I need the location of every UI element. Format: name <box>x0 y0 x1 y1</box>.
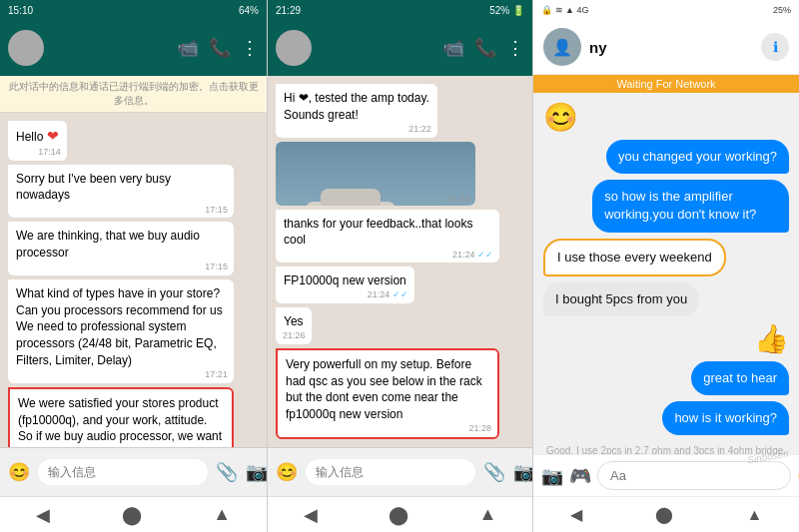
time-left: 15:10 <box>8 5 33 16</box>
camera-icon-left[interactable]: 📷 <box>246 461 267 483</box>
avatar-right <box>276 30 312 66</box>
chat-header-left: 📹 📞 ⋮ <box>0 20 267 76</box>
mess-battery: 25% <box>773 5 791 15</box>
call-icon-right[interactable]: 📞 <box>474 37 496 59</box>
status-bar-right: 21:29 52% 🔋 <box>268 0 532 20</box>
mess-msg-great-to-hear: great to hear <box>691 361 789 395</box>
messenger-avatar: 👤 <box>543 28 581 66</box>
nav-recent-messenger[interactable]: ▲ <box>746 506 762 524</box>
battery-left: 64% <box>239 5 259 16</box>
panel-whatsapp-right: 21:29 52% 🔋 📹 📞 ⋮ Hi ❤, tested the amp t… <box>267 0 533 532</box>
input-bar-left: 😊 📎 📷 🎤 <box>0 447 267 496</box>
message-input-left[interactable] <box>38 459 208 485</box>
attach-icon-right[interactable]: 📎 <box>483 461 505 483</box>
recent-nav-icon[interactable]: ▲ <box>213 504 231 525</box>
encryption-notice: 此对话中的信息和通话已进行端到端的加密。点击获取更多信息。 <box>0 76 267 113</box>
messenger-nav-bar: ◀ ⬤ ▲ <box>533 496 799 532</box>
status-bar-left: 15:10 64% <box>0 0 267 20</box>
mess-msg-how-working: how is it working? <box>662 401 789 435</box>
camera-icon-right[interactable]: 📷 <box>513 461 533 483</box>
more-icon[interactable]: ⋮ <box>241 37 259 59</box>
time-right: 21:29 <box>276 5 301 16</box>
home-nav-icon[interactable]: ⬤ <box>122 504 142 526</box>
smiley-emoji-msg: 😊 <box>543 101 578 134</box>
messenger-contact-name: ny <box>589 39 753 56</box>
msg-types: What kind of types have in your store?Ca… <box>8 279 234 383</box>
mess-msg-every-weekend: I use those every weekend <box>543 239 726 276</box>
msg-busy: Sorry but I've been very busy nowadays 1… <box>8 165 234 219</box>
messenger-input[interactable] <box>597 461 791 490</box>
messenger-header: 👤 ny ℹ <box>533 20 799 75</box>
call-icon[interactable]: 📞 <box>209 37 231 59</box>
game-icon-messenger[interactable]: 🎮 <box>569 465 591 487</box>
home-nav-icon-right[interactable]: ⬤ <box>389 504 408 526</box>
msg-audio-proc: We are thinking, that we buy audio proce… <box>8 222 234 275</box>
mess-msg-amplifier: so how is the amplifier working,you don'… <box>592 180 789 232</box>
panel-whatsapp-left: 15:10 64% 📹 📞 ⋮ 此对话中的信息和通话已进行端到端的加密。点击获取… <box>0 0 267 532</box>
msg-yes: Yes 21:26 <box>276 307 312 344</box>
recent-nav-icon-right[interactable]: ▲ <box>479 504 497 525</box>
video-icon-right[interactable]: 📹 <box>442 37 464 59</box>
msg-image: Sinbosen 21:23 <box>276 142 475 206</box>
avatar-left <box>8 30 44 66</box>
info-icon[interactable]: ℹ <box>761 33 789 61</box>
chat-header-right: 📹 📞 ⋮ <box>268 20 532 76</box>
mess-msg-5pcs: I bought 5pcs from you <box>543 282 699 316</box>
battery-right: 52% 🔋 <box>489 5 524 16</box>
nav-back-messenger[interactable]: ◀ <box>570 505 582 524</box>
video-icon[interactable]: 📹 <box>177 37 199 59</box>
back-nav-icon[interactable]: ◀ <box>36 504 50 526</box>
chat-body-left: Hello ❤ 17:14 Sorry but I've been very b… <box>0 113 267 447</box>
chat-body-right: Hi ❤, tested the amp today.Sounds great!… <box>268 76 532 447</box>
nav-home-messenger[interactable]: ⬤ <box>655 505 673 524</box>
msg-powerful: Very powerfull on my setup. Before had q… <box>276 348 499 439</box>
msg-satisfied: We were satisfied your stores product (f… <box>8 387 234 447</box>
car-roof-img <box>321 189 381 206</box>
header-icons-left: 📹 📞 ⋮ <box>177 37 259 59</box>
car-scene-image: Sinbosen <box>276 142 475 206</box>
message-input-right[interactable] <box>306 459 475 485</box>
emoji-input-icon-right[interactable]: 😊 <box>276 461 298 483</box>
msg-fp-version: FP10000q new version 21:24 ✓✓ <box>276 266 414 303</box>
mess-status-icons: 🔒 ≋ ▲ 4G <box>541 5 588 15</box>
input-bar-right: 😊 📎 📷 🎤 <box>268 447 532 496</box>
attach-icon[interactable]: 📎 <box>216 461 238 483</box>
more-icon-right[interactable]: ⋮ <box>506 37 524 59</box>
header-icons-right: 📹 📞 ⋮ <box>442 37 524 59</box>
mess-status-bar: 🔒 ≋ ▲ 4G 25% <box>533 0 799 20</box>
nav-bar-right: ◀ ⬤ ▲ <box>268 496 532 532</box>
back-nav-icon-right[interactable]: ◀ <box>304 504 318 526</box>
nav-bar-left: ◀ ⬤ ▲ <box>0 496 267 532</box>
camera-icon-messenger[interactable]: 📷 <box>541 465 563 487</box>
mess-msg-changed: you changed your working? <box>606 140 789 174</box>
messenger-chat: 😊 you changed your working? so how is th… <box>533 93 799 454</box>
network-banner: Waiting For Network <box>533 75 799 93</box>
msg-hello: Hello ❤ 17:14 <box>8 121 67 161</box>
thumbs-up-emoji: 👍 <box>754 322 789 355</box>
emoji-input-icon[interactable]: 😊 <box>8 461 30 483</box>
panel-messenger: 🔒 ≋ ▲ 4G 25% 👤 ny ℹ Waiting For Network … <box>533 0 799 532</box>
msg-feedback: thanks for your feedback..that looks coo… <box>276 210 499 264</box>
msg-tested-amp: Hi ❤, tested the amp today.Sounds great!… <box>276 84 437 138</box>
